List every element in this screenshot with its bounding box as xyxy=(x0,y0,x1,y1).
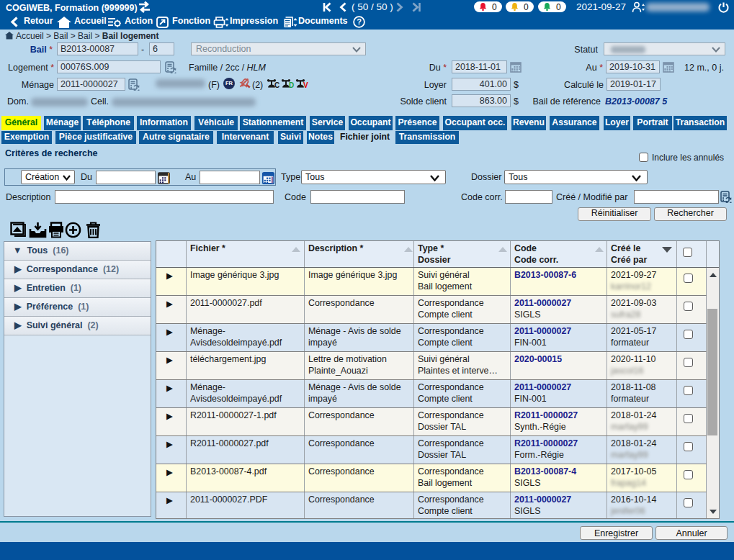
svg-text:?: ? xyxy=(357,17,362,26)
